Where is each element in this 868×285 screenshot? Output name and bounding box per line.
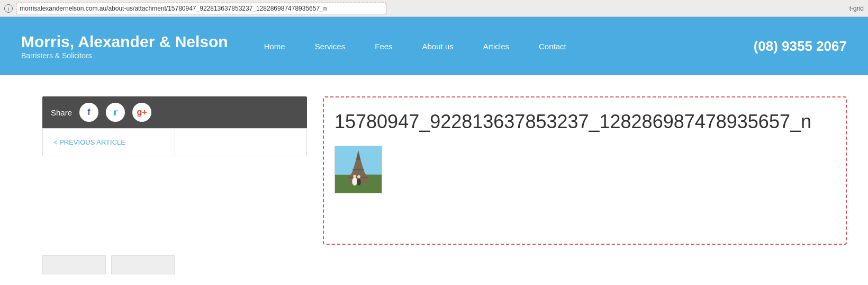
page-content: Share f 𝕣 g+ < PREVIOUS ARTICLE 15780947…	[0, 75, 868, 285]
next-article-link	[175, 129, 307, 156]
brand-tagline: Barristers & Solicitors	[21, 51, 228, 60]
bottom-area	[42, 255, 847, 274]
site-brand: Morris, Alexander & Nelson Barristers & …	[21, 32, 228, 60]
twitter-icon: 𝕣	[113, 108, 117, 118]
sidebar: Share f 𝕣 g+ < PREVIOUS ARTICLE	[42, 96, 307, 245]
svg-point-10	[357, 179, 361, 186]
twitter-button[interactable]: 𝕣	[106, 103, 125, 122]
bottom-btn-2[interactable]	[111, 255, 175, 274]
share-label: Share	[51, 108, 72, 117]
svg-point-9	[353, 175, 356, 178]
svg-rect-4	[352, 169, 364, 171]
svg-point-11	[357, 175, 360, 179]
nav-about[interactable]: About us	[408, 42, 468, 51]
main-content-box: 15780947_922813637853237_128286987478935…	[323, 96, 847, 245]
info-icon: i	[4, 4, 13, 13]
nav-articles[interactable]: Articles	[468, 42, 524, 51]
nav-services[interactable]: Services	[300, 42, 360, 51]
google-button[interactable]: g+	[132, 103, 151, 122]
previous-article-link[interactable]: < PREVIOUS ARTICLE	[43, 129, 175, 156]
content-row: Share f 𝕣 g+ < PREVIOUS ARTICLE 15780947…	[42, 96, 847, 245]
eiffel-tower-svg	[335, 146, 382, 193]
site-nav: Home Services Fees About us Articles Con…	[249, 42, 754, 51]
facebook-button[interactable]: f	[79, 103, 98, 122]
url-text: morrisalexandernelson.com.au/about-us/at…	[20, 5, 327, 12]
share-bar: Share f 𝕣 g+	[42, 96, 307, 128]
nav-home[interactable]: Home	[249, 42, 300, 51]
bottom-btn-1[interactable]	[42, 255, 106, 274]
url-bar[interactable]: morrisalexandernelson.com.au/about-us/at…	[16, 3, 386, 14]
browser-bar: i morrisalexandernelson.com.au/about-us/…	[0, 0, 868, 17]
site-header: Morris, Alexander & Nelson Barristers & …	[0, 17, 868, 75]
brand-name: Morris, Alexander & Nelson	[21, 32, 228, 51]
nav-fees[interactable]: Fees	[360, 42, 407, 51]
phone-number: (08) 9355 2067	[754, 38, 847, 55]
facebook-icon: f	[87, 108, 90, 117]
nav-contact[interactable]: Contact	[524, 42, 581, 51]
attachment-title: 15780947_922813637853237_128286987478935…	[334, 110, 835, 133]
tgrid-label: t-grid	[849, 5, 864, 12]
attachment-image	[334, 146, 382, 193]
svg-point-8	[352, 177, 357, 186]
google-icon: g+	[137, 108, 147, 117]
article-nav: < PREVIOUS ARTICLE	[42, 128, 307, 156]
